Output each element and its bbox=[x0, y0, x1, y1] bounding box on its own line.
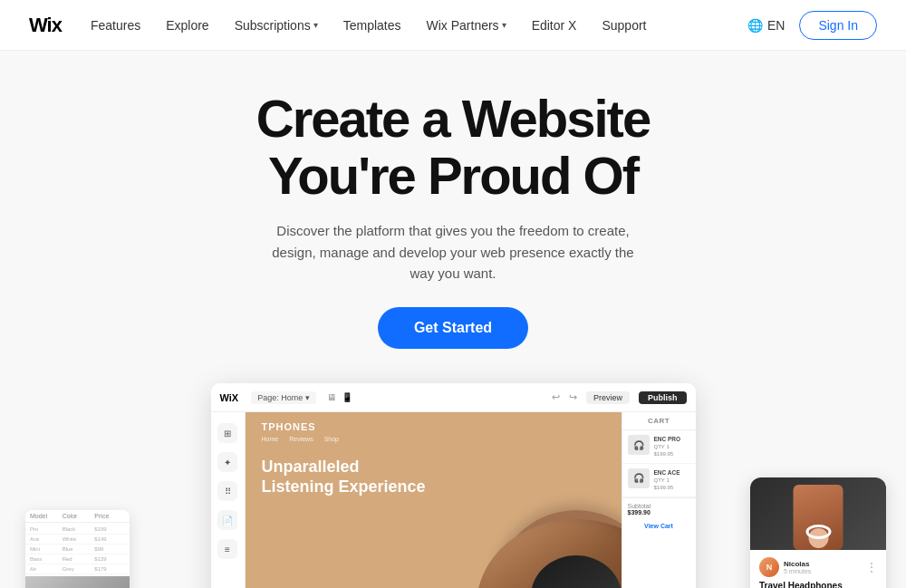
editor-sidebar: ⊞ ✦ ⠿ 📄 ≡ bbox=[211, 412, 246, 588]
redo-icon[interactable]: ↪ bbox=[569, 391, 577, 403]
nav-links: Features Explore Subscriptions ▾ Templat… bbox=[91, 18, 747, 33]
cart-item: 🎧 ENC ACE QTY 1 $199.95 bbox=[622, 464, 696, 497]
person-image bbox=[794, 485, 843, 550]
canvas-brand: TPHONES bbox=[262, 421, 316, 432]
nav-subscriptions[interactable]: Subscriptions ▾ bbox=[235, 18, 318, 33]
avatar: N bbox=[759, 557, 779, 577]
chevron-down-icon: ▾ bbox=[313, 20, 318, 30]
nav-wix-partners[interactable]: Wix Partners ▾ bbox=[427, 18, 506, 33]
nav-features[interactable]: Features bbox=[91, 18, 140, 33]
left-floating-card: Model Color Price ProBlack$199 AceWhite$… bbox=[25, 510, 130, 588]
right-card-user: N Nicolas 5 minutes ⋮ bbox=[759, 557, 877, 577]
cart-subtotal: Subtotal $399.90 bbox=[622, 497, 696, 520]
preview-button[interactable]: Preview bbox=[586, 391, 630, 404]
decorative-letter: Q bbox=[36, 583, 56, 588]
editor-right-panel: CART 🎧 ENC PRO QTY 1 $199.95 🎧 ENC ACE bbox=[622, 412, 696, 588]
editor-topbar: WiX Page: Home ▾ 🖥 📱 ↩ ↪ Preview Publish bbox=[211, 383, 696, 412]
publish-button[interactable]: Publish bbox=[639, 391, 687, 404]
table-row: MiniBlue$99 bbox=[25, 545, 130, 554]
hero-section: Create a Website You're Proud Of Discove… bbox=[0, 51, 906, 588]
cart-item: 🎧 ENC PRO QTY 1 $199.95 bbox=[622, 430, 696, 464]
editor-canvas: TPHONES Home Reviews Shop Unparalleled L… bbox=[246, 412, 622, 588]
cart-item-info: ENC PRO QTY 1 $199.95 bbox=[654, 435, 681, 458]
pages-icon[interactable]: 📄 bbox=[217, 510, 237, 530]
post-time: 5 minutes bbox=[784, 568, 862, 574]
cart-item-image: 🎧 bbox=[628, 468, 650, 488]
table-row: ProBlack$199 bbox=[25, 525, 130, 535]
editor-body: ⊞ ✦ ⠿ 📄 ≡ TPHONES Home Reviews Shop Unpa bbox=[211, 412, 696, 588]
wix-logo[interactable]: Wix bbox=[29, 14, 62, 37]
cart-item-info: ENC ACE QTY 1 $199.95 bbox=[654, 468, 680, 492]
right-card-body: N Nicolas 5 minutes ⋮ Travel Headphones … bbox=[750, 550, 886, 589]
media-icon[interactable]: ✦ bbox=[217, 452, 237, 472]
right-floating-card: N Nicolas 5 minutes ⋮ Travel Headphones … bbox=[750, 477, 886, 589]
language-selector[interactable]: 🌐 EN bbox=[747, 18, 785, 33]
nav-templates[interactable]: Templates bbox=[343, 18, 401, 33]
table-row: BassRed$129 bbox=[25, 554, 130, 564]
undo-icon[interactable]: ↩ bbox=[552, 391, 560, 403]
nav-support[interactable]: Support bbox=[602, 18, 646, 33]
canvas-nav: Home Reviews Shop bbox=[262, 436, 340, 442]
apps-icon[interactable]: ⠿ bbox=[217, 481, 237, 501]
chevron-down-icon: ▾ bbox=[502, 20, 506, 30]
nav-right: 🌐 EN Sign In bbox=[747, 11, 877, 40]
page-selector[interactable]: Page: Home ▾ bbox=[251, 391, 316, 404]
mobile-icon[interactable]: 📱 bbox=[342, 392, 352, 402]
chevron-down-icon: ▾ bbox=[305, 393, 310, 402]
nav-editor-x[interactable]: Editor X bbox=[532, 18, 577, 33]
more-options-icon[interactable]: ⋮ bbox=[866, 561, 877, 574]
device-icons: 🖥 📱 bbox=[327, 392, 352, 402]
user-info: Nicolas 5 minutes bbox=[784, 560, 862, 574]
desktop-icon[interactable]: 🖥 bbox=[327, 392, 336, 402]
nav-explore[interactable]: Explore bbox=[166, 18, 208, 33]
right-card-image bbox=[750, 477, 886, 550]
hero-subtitle: Discover the platform that gives you the… bbox=[263, 220, 643, 284]
canvas-headphone-visual bbox=[404, 465, 622, 588]
preview-area: Model Color Price ProBlack$199 AceWhite$… bbox=[0, 374, 906, 588]
editor-mockup: WiX Page: Home ▾ 🖥 📱 ↩ ↪ Preview Publish bbox=[211, 383, 696, 588]
view-cart-link[interactable]: View Cart bbox=[622, 520, 696, 532]
sign-in-button[interactable]: Sign In bbox=[799, 11, 877, 40]
person-head bbox=[808, 528, 828, 548]
add-element-icon[interactable]: ⊞ bbox=[217, 423, 237, 443]
table-row: AirGrey$179 bbox=[25, 564, 130, 574]
left-card-header: Model Color Price bbox=[25, 510, 130, 523]
card-title: Travel Headphones bbox=[759, 581, 877, 589]
cart-item-image: 🎧 bbox=[628, 435, 650, 455]
navbar: Wix Features Explore Subscriptions ▾ Tem… bbox=[0, 0, 906, 51]
left-card-image: Q 🎧 bbox=[25, 576, 130, 588]
editor-logo: WiX bbox=[220, 392, 239, 403]
person-headphone bbox=[805, 525, 831, 539]
user-name: Nicolas bbox=[784, 560, 862, 568]
hero-title: Create a Website You're Proud Of bbox=[256, 91, 650, 204]
get-started-button[interactable]: Get Started bbox=[378, 307, 528, 349]
canvas-headline: Unparalleled Listening Experience bbox=[262, 458, 426, 496]
layers-icon[interactable]: ≡ bbox=[217, 539, 237, 559]
left-card-rows: ProBlack$199 AceWhite$149 MiniBlue$99 Ba… bbox=[25, 523, 130, 576]
cart-header: CART bbox=[622, 412, 696, 430]
editor-topbar-right: ↩ ↪ Preview Publish bbox=[552, 391, 687, 404]
table-row: AceWhite$149 bbox=[25, 535, 130, 545]
globe-icon: 🌐 bbox=[747, 18, 763, 33]
